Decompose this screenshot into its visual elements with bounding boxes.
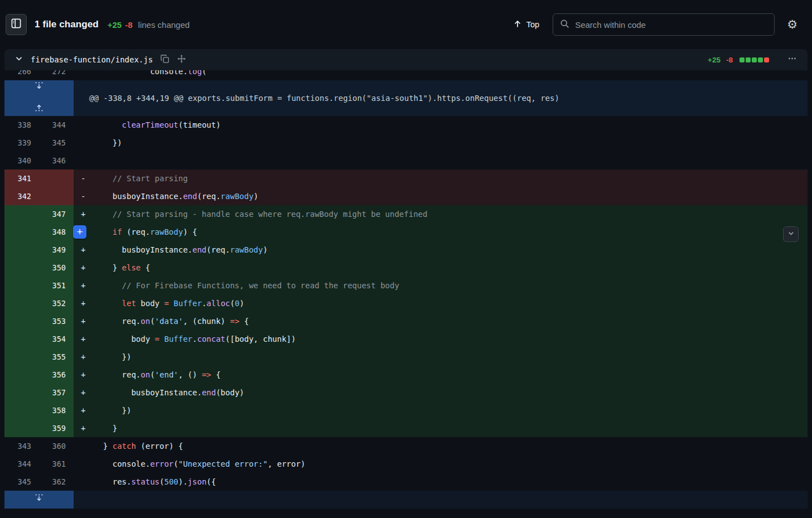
expand-hunk-buttons[interactable] (4, 80, 74, 116)
new-line-number[interactable]: 345 (39, 134, 74, 152)
code-token: (body) (216, 388, 244, 397)
new-line-number[interactable]: 354 (39, 330, 74, 348)
collapse-file-button[interactable] (14, 54, 23, 65)
scroll-to-top-button[interactable]: Top (513, 20, 539, 30)
old-line-number[interactable]: 340 (4, 152, 39, 170)
old-line-number[interactable] (4, 205, 39, 223)
code-line: busboyInstance.end(req.rawBody) (94, 241, 808, 259)
diff-row: 356+ req.on('end', () => { (4, 366, 808, 384)
new-line-number[interactable]: 356 (39, 366, 74, 384)
diff-sign: + (74, 259, 94, 277)
new-line-number[interactable]: 359 (39, 419, 74, 437)
code-line: } (94, 419, 808, 437)
old-line-number[interactable] (4, 259, 39, 277)
old-line-number[interactable] (4, 294, 39, 312)
old-line-number[interactable] (4, 241, 39, 259)
code-token: = (155, 335, 160, 343)
old-line-number[interactable] (4, 348, 39, 366)
expand-up-icon (35, 100, 44, 118)
new-line-number[interactable]: 361 (39, 455, 74, 473)
old-line-number[interactable]: 345 (4, 473, 39, 491)
search-input[interactable] (575, 20, 767, 30)
code-token (94, 227, 113, 236)
new-line-number[interactable]: 348 (39, 223, 74, 241)
file-options-button[interactable] (787, 54, 798, 65)
code-token: on (141, 370, 150, 379)
diff-row: 342- busboyInstance.end(req.rawBody) (4, 187, 808, 205)
diff-sign: + (74, 419, 94, 437)
diff-row: 349+ busboyInstance.end(req.rawBody) (4, 241, 808, 259)
new-line-number[interactable]: 346 (39, 152, 74, 170)
old-line-number[interactable] (4, 330, 39, 348)
code-token: catch (113, 442, 136, 451)
new-line-number[interactable]: 360 (39, 437, 74, 455)
old-line-number[interactable] (4, 384, 39, 401)
new-line-number[interactable]: 347 (39, 205, 74, 223)
new-line-number[interactable] (39, 187, 74, 205)
code-token: = (164, 299, 168, 308)
old-line-number[interactable] (4, 401, 39, 419)
new-line-number[interactable]: 357 (39, 384, 74, 401)
jump-navigation-button[interactable] (783, 226, 799, 242)
settings-gear-icon[interactable]: ⚙ (787, 19, 798, 31)
old-line-number[interactable] (4, 419, 39, 437)
code-token: body (136, 299, 165, 308)
code-token: ( (230, 299, 235, 308)
old-line-number[interactable]: 343 (4, 437, 39, 455)
diffstat-square-green (758, 57, 763, 62)
expand-down-icon (35, 79, 44, 96)
diff-sign (74, 455, 94, 473)
new-line-number[interactable]: 350 (39, 259, 74, 277)
old-line-number[interactable]: 342 (4, 187, 39, 205)
new-line-number[interactable]: 355 (39, 348, 74, 366)
old-line-number[interactable] (4, 277, 39, 294)
old-line-number[interactable]: 339 (4, 134, 39, 152)
new-line-number[interactable]: 344 (39, 116, 74, 134)
code-line: req.on('end', () => { (94, 366, 808, 384)
code-token: ( (173, 459, 178, 468)
diff-sign (74, 437, 94, 455)
code-token: // Start parsing - handle case where req… (113, 210, 428, 219)
drag-reorder-handle[interactable] (177, 54, 186, 66)
code-token: } (94, 263, 122, 272)
diff-sign: + (74, 205, 94, 223)
new-line-number[interactable]: 352 (39, 294, 74, 312)
code-token: (req. (122, 227, 151, 236)
code-token: => (230, 317, 239, 326)
diff-row: 357+ busboyInstance.end(body) (4, 384, 808, 401)
new-line-number[interactable]: 349 (39, 241, 74, 259)
diffstat-square-green (746, 57, 751, 62)
old-line-number[interactable] (4, 312, 39, 330)
old-line-number[interactable] (4, 223, 39, 241)
new-line-number[interactable]: 351 (39, 277, 74, 294)
code-token: ([body, chunk]) (225, 335, 296, 343)
code-token: 500 (164, 477, 178, 486)
code-token: (req. (206, 245, 230, 254)
add-comment-button[interactable]: + (73, 225, 86, 239)
code-line: }) (94, 401, 808, 419)
old-line-number[interactable]: 338 (4, 116, 39, 134)
old-line-number[interactable]: 266 (4, 70, 39, 80)
code-token: let (122, 299, 136, 308)
old-line-number[interactable]: 341 (4, 170, 39, 187)
file-tree-toggle-button[interactable] (6, 14, 27, 35)
new-line-number[interactable]: 272 (39, 70, 74, 80)
diff-row: 338344 clearTimeout(timeout) (4, 116, 808, 134)
diff-sign (74, 473, 94, 491)
new-line-number[interactable]: 353 (39, 312, 74, 330)
new-line-number[interactable]: 362 (39, 473, 74, 491)
old-line-number[interactable] (4, 366, 39, 384)
expand-down-button[interactable] (4, 491, 74, 509)
code-token: , (chunk) (183, 317, 230, 326)
copy-file-path-button[interactable] (160, 54, 170, 66)
chevron-down-icon (14, 54, 23, 65)
new-line-number[interactable]: 358 (39, 401, 74, 419)
code-line: busboyInstance.end(body) (94, 384, 808, 401)
diff-row: 355+ }) (4, 348, 808, 366)
file-additions: +25 (708, 56, 721, 64)
code-token: req. (94, 370, 141, 379)
diff-row: 345362 res.status(500).json({ (4, 473, 808, 491)
diff-row: 339345 }) (4, 134, 808, 152)
new-line-number[interactable] (39, 170, 74, 187)
old-line-number[interactable]: 344 (4, 455, 39, 473)
